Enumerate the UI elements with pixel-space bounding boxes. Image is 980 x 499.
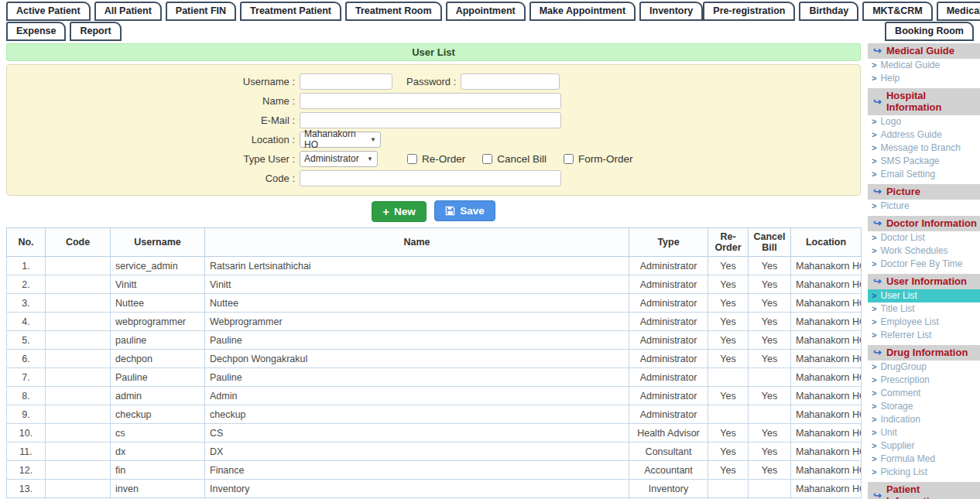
sidebar-item-work-schedules[interactable]: >Work Schedules bbox=[868, 244, 980, 258]
table-row[interactable]: 2.VinittVinittAdministratorYesYesMahanak… bbox=[7, 275, 862, 294]
sidebar-section-header-patient-information[interactable]: ↪Patient Information bbox=[868, 482, 980, 499]
cell-name: Pauline bbox=[205, 368, 629, 387]
table-row[interactable]: 6.dechponDechpon WongakrakulAdministrato… bbox=[7, 350, 862, 368]
tab-patient-fin[interactable]: Patient FIN bbox=[166, 2, 236, 21]
dropdown-arrow-icon: ▼ bbox=[370, 136, 376, 143]
sidebar-section-header-user-information[interactable]: ↪User Information bbox=[868, 274, 980, 289]
sidebar-item-employee-list[interactable]: >Employee List bbox=[868, 316, 980, 329]
sidebar-item-medical-guide[interactable]: >Medical Guide bbox=[868, 59, 980, 72]
section-arrow-icon: ↪ bbox=[873, 45, 882, 56]
tab-mkt-crm[interactable]: MKT&CRM bbox=[862, 2, 933, 21]
sidebar-item-address-guide[interactable]: >Address Guide bbox=[868, 128, 980, 142]
table-row[interactable]: 12.finFinanceAccountantYesYesMahanakorn … bbox=[7, 461, 862, 480]
save-button[interactable]: Save bbox=[434, 200, 495, 221]
sidebar-item-sms-package[interactable]: >SMS Package bbox=[868, 155, 980, 168]
cell-type: Administrator bbox=[629, 275, 708, 294]
sidebar-item-supplier[interactable]: >Supplier bbox=[868, 439, 980, 453]
tab-expense[interactable]: Expense bbox=[6, 22, 66, 41]
table-row[interactable]: 7.PaulinePaulineAdministratorMahanakorn … bbox=[7, 368, 862, 387]
sidebar-item-help[interactable]: >Help bbox=[868, 72, 980, 85]
tab-treatment-room[interactable]: Treatment Room bbox=[345, 2, 442, 21]
email-input[interactable] bbox=[300, 112, 561, 128]
column-header-no: No. bbox=[7, 228, 46, 257]
table-row[interactable]: 13.invenInventoryInventoryMahanakorn HO bbox=[7, 480, 862, 498]
sidebar-item-email-setting[interactable]: >Email Setting bbox=[868, 168, 980, 181]
sidebar-item-doctor-fee-by-time[interactable]: >Doctor Fee By Time bbox=[868, 258, 980, 271]
table-row[interactable]: 4.webprogrammerWebprogrammerAdministrato… bbox=[7, 313, 862, 331]
column-header-re-order: Re-Order bbox=[708, 228, 749, 257]
new-button[interactable]: + New bbox=[372, 201, 427, 222]
column-header-username: Username bbox=[111, 228, 205, 257]
sidebar-section-header-drug-information[interactable]: ↪Drug Information bbox=[868, 345, 980, 361]
sidebar-item-label: Help bbox=[880, 73, 899, 84]
username-input[interactable] bbox=[300, 73, 392, 90]
tab-inventory[interactable]: Inventory bbox=[639, 2, 703, 21]
chevron-right-icon: > bbox=[872, 232, 876, 243]
sidebar-item-title-list[interactable]: >Title List bbox=[868, 302, 980, 316]
tab-birthday[interactable]: Birthday bbox=[799, 2, 858, 21]
cell-reorder: Yes bbox=[708, 275, 749, 294]
cell-no: 13. bbox=[7, 480, 46, 498]
cell-reorder: Yes bbox=[708, 461, 749, 480]
tab-pre-registration[interactable]: Pre-registration bbox=[703, 2, 795, 21]
table-row[interactable]: 10.csCSHealth AdvisorYesYesMahanakorn HO bbox=[7, 424, 862, 443]
sidebar-section-header-hospital-information[interactable]: ↪Hospital Information bbox=[868, 88, 980, 115]
sidebar-item-indication[interactable]: >Indication bbox=[868, 413, 980, 426]
sidebar-item-prescription[interactable]: >Prescription bbox=[868, 374, 980, 387]
sidebar-item-formula-med[interactable]: >Formula Med bbox=[868, 453, 980, 466]
cell-no: 6. bbox=[7, 350, 46, 368]
sidebar-item-picture[interactable]: >Picture bbox=[868, 200, 980, 213]
sidebar-item-logo[interactable]: >Logo bbox=[868, 115, 980, 128]
sidebar-section-header-doctor-information[interactable]: ↪Doctor Information bbox=[868, 216, 980, 231]
cell-type: Accountant bbox=[629, 461, 708, 480]
tab-appointment[interactable]: Appointment bbox=[446, 2, 526, 21]
cell-username: cs bbox=[111, 424, 205, 443]
sidebar-item-unit[interactable]: >Unit bbox=[868, 426, 980, 439]
table-row[interactable]: 5.paulinePaulineAdministratorYesYesMahan… bbox=[7, 331, 862, 350]
table-row[interactable]: 9.checkupcheckupAdministratorMahanakorn … bbox=[7, 405, 862, 424]
page-title: User List bbox=[6, 43, 861, 61]
cell-username: admin bbox=[111, 387, 205, 405]
tab-report[interactable]: Report bbox=[70, 22, 121, 41]
name-input[interactable] bbox=[300, 93, 561, 109]
table-row[interactable]: 1.service_adminRatsarin LertsinathichaiA… bbox=[7, 257, 862, 275]
checkbox-cancel-bill[interactable]: Cancel Bill bbox=[482, 153, 547, 165]
cell-location: Mahanakorn HO bbox=[791, 257, 862, 275]
chevron-right-icon: > bbox=[872, 440, 876, 451]
checkbox-input-cancel-bill[interactable] bbox=[482, 154, 492, 164]
code-input[interactable] bbox=[300, 170, 561, 186]
tab-all-patient[interactable]: All Patient bbox=[94, 2, 162, 21]
tab-make-appointment[interactable]: Make Appointment bbox=[529, 2, 636, 21]
location-select[interactable]: Mahanakorn HO ▼ bbox=[300, 132, 381, 148]
tab-treatment-patient[interactable]: Treatment Patient bbox=[240, 2, 341, 21]
type-user-select[interactable]: Administrator ▼ bbox=[300, 151, 378, 167]
sidebar-item-druggroup[interactable]: >DrugGroup bbox=[868, 361, 980, 374]
checkbox-form-order[interactable]: Form-Order bbox=[564, 153, 633, 165]
checkbox-input-form-order[interactable] bbox=[564, 154, 574, 164]
sidebar-item-doctor-list[interactable]: >Doctor List bbox=[868, 231, 980, 244]
cell-username: dechpon bbox=[111, 350, 205, 368]
cell-code bbox=[46, 387, 111, 405]
sidebar-section-header-medical-guide[interactable]: ↪Medical Guide bbox=[868, 43, 980, 59]
chevron-right-icon: > bbox=[872, 361, 876, 372]
sidebar-item-message-to-branch[interactable]: >Message to Branch bbox=[868, 142, 980, 155]
sidebar-item-referrer-list[interactable]: >Referrer List bbox=[868, 329, 980, 342]
table-row[interactable]: 11.dxDXConsultantYesYesMahanakorn HO bbox=[7, 443, 862, 461]
tab-booking-room[interactable]: Booking Room bbox=[885, 22, 974, 41]
sidebar-item-storage[interactable]: >Storage bbox=[868, 400, 980, 413]
sidebar-item-picking-list[interactable]: >Picking List bbox=[868, 466, 980, 479]
password-input[interactable] bbox=[461, 73, 560, 90]
tab-medical-guide[interactable]: Medical Guide bbox=[937, 2, 980, 21]
sidebar-section-title: Medical Guide bbox=[886, 45, 954, 56]
checkbox-input-re-order[interactable] bbox=[407, 154, 417, 164]
section-arrow-icon: ↪ bbox=[873, 490, 882, 499]
sidebar-item-user-list[interactable]: >User List bbox=[868, 289, 980, 302]
table-row[interactable]: 3.NutteeNutteeAdministratorYesYesMahanak… bbox=[7, 294, 862, 313]
cell-location: Mahanakorn HO bbox=[791, 294, 862, 313]
tab-active-patient[interactable]: Active Patient bbox=[6, 2, 91, 21]
sidebar-section-header-picture[interactable]: ↪Picture bbox=[868, 184, 980, 200]
sidebar-item-label: Email Setting bbox=[880, 169, 935, 179]
table-row[interactable]: 8.adminAdminAdministratorYesYesMahanakor… bbox=[7, 387, 862, 405]
sidebar-item-comment[interactable]: >Comment bbox=[868, 387, 980, 400]
checkbox-re-order[interactable]: Re-Order bbox=[407, 153, 465, 165]
